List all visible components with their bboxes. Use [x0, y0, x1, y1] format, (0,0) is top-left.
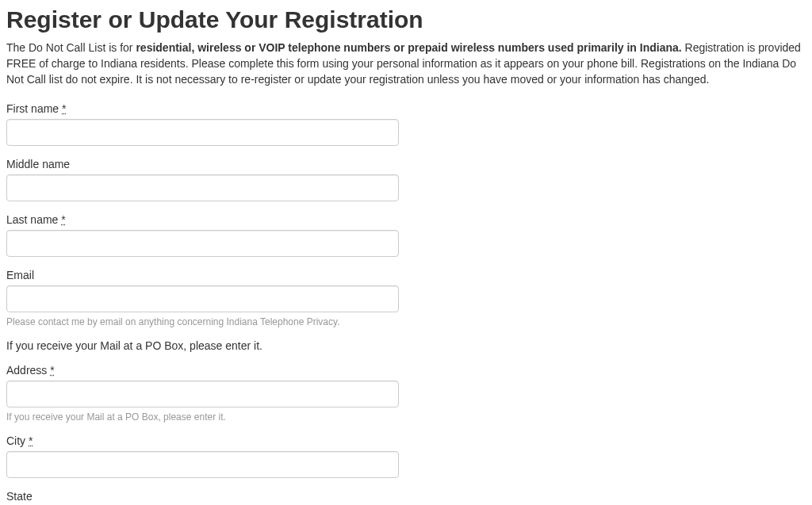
required-mark: * [62, 102, 66, 115]
city-label: City * [6, 434, 33, 447]
first-name-input[interactable] [6, 119, 399, 146]
po-box-note: If you receive your Mail at a PO Box, pl… [6, 339, 806, 352]
middle-name-input[interactable] [6, 174, 399, 201]
middle-name-label: Middle name [6, 158, 70, 170]
address-group: Address * If you receive your Mail at a … [6, 364, 399, 423]
address-help-text: If you receive your Mail at a PO Box, pl… [6, 411, 399, 423]
last-name-label: Last name * [6, 213, 66, 226]
email-help-text: Please contact me by email on anything c… [6, 316, 399, 327]
last-name-input[interactable] [6, 230, 399, 257]
state-label: State [6, 490, 33, 503]
intro-paragraph: The Do Not Call List is for residential,… [6, 40, 806, 88]
last-name-group: Last name * [6, 213, 399, 257]
required-mark: * [50, 364, 54, 377]
first-name-group: First name * [6, 102, 399, 146]
required-mark: * [61, 213, 65, 226]
first-name-label: First name * [6, 102, 66, 115]
intro-text-prefix: The Do Not Call List is for [6, 41, 136, 54]
middle-name-group: Middle name [6, 158, 399, 201]
email-label: Email [6, 269, 34, 281]
required-mark: * [29, 434, 33, 447]
city-group: City * [6, 434, 399, 478]
email-group: Email Please contact me by email on anyt… [6, 269, 399, 327]
page-title: Register or Update Your Registration [6, 6, 806, 33]
state-group: State [6, 490, 399, 505]
address-label: Address * [6, 364, 55, 377]
email-input[interactable] [6, 285, 399, 312]
city-input[interactable] [6, 451, 399, 478]
intro-text-bold: residential, wireless or VOIP telephone … [136, 41, 681, 54]
address-input[interactable] [6, 381, 399, 407]
